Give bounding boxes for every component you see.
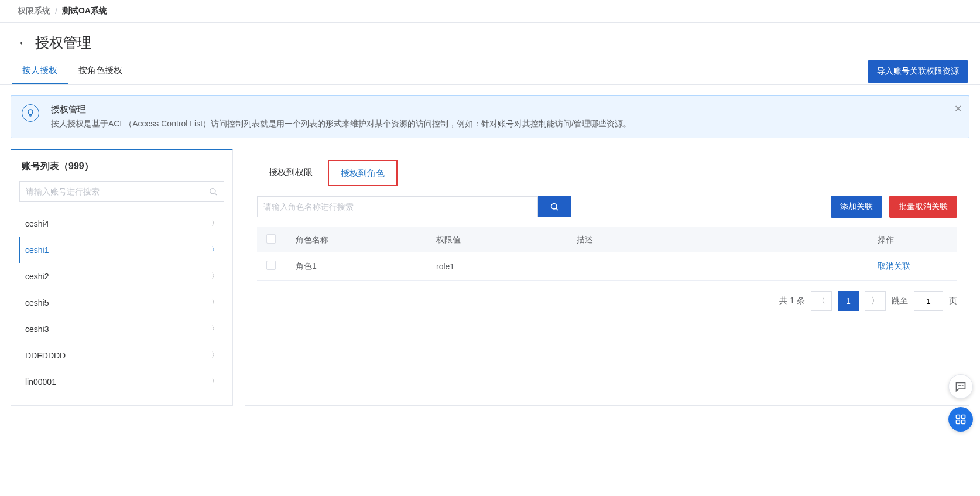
breadcrumb-item[interactable]: 权限系统 [18, 6, 50, 16]
svg-point-6 [962, 385, 963, 386]
sidebar-count: （999） [59, 161, 94, 171]
table-header: 角色名称 权限值 描述 操作 [257, 227, 957, 252]
account-list: ceshi4 〉 ceshi1 〉 ceshi2 〉 ceshi5 〉 cesh… [19, 210, 224, 395]
account-label: ceshi1 [25, 245, 49, 255]
bulk-cancel-button[interactable]: 批量取消关联 [889, 196, 957, 218]
pagination: 共 1 条 〈 1 〉 跳至 页 [257, 291, 957, 311]
svg-point-2 [551, 204, 557, 209]
role-search-combo [257, 196, 571, 217]
account-item[interactable]: ceshi5 〉 [19, 289, 224, 316]
account-label: DDFDDDD [25, 351, 66, 360]
close-icon[interactable]: ✕ [954, 103, 962, 114]
back-arrow-icon[interactable]: ← [18, 36, 30, 49]
svg-rect-7 [957, 415, 960, 418]
import-account-button[interactable]: 导入账号关联权限资源 [868, 60, 968, 83]
breadcrumb-separator: / [55, 6, 57, 16]
breadcrumb-item-current: 测试OA系统 [62, 6, 107, 16]
account-sidebar: 账号列表（999） ceshi4 〉 ceshi1 〉 ceshi2 〉 ces… [11, 149, 233, 406]
chevron-right-icon: 〉 [211, 271, 218, 281]
chevron-right-icon: 〉 [211, 350, 218, 360]
chat-button[interactable] [948, 374, 973, 399]
jump-page-input[interactable] [914, 291, 943, 311]
right-buttons: 添加关联 批量取消关联 [831, 196, 957, 218]
page-number-button[interactable]: 1 [838, 291, 859, 311]
cell-perm-value: role1 [436, 262, 577, 271]
chevron-right-icon: 〉 [211, 218, 218, 228]
tab-auth-to-perm[interactable]: 授权到权限 [257, 160, 324, 186]
top-tabs: 按人授权 按角色授权 [12, 58, 133, 84]
search-icon[interactable] [208, 187, 218, 196]
chevron-left-icon: 〈 [817, 296, 825, 306]
grid-icon [955, 413, 967, 418]
chat-icon [955, 381, 967, 392]
floating-buttons [948, 374, 973, 418]
account-item[interactable]: ceshi4 〉 [19, 210, 224, 237]
search-icon [550, 202, 559, 211]
account-label: ceshi3 [25, 324, 49, 334]
info-title: 授权管理 [51, 104, 631, 115]
row-checkbox[interactable] [266, 261, 276, 270]
header-role-name: 角色名称 [296, 235, 436, 245]
page-title: 授权管理 [35, 33, 91, 52]
apps-button[interactable] [948, 407, 973, 418]
sidebar-title: 账号列表（999） [19, 160, 224, 173]
header-desc: 描述 [577, 235, 878, 245]
action-row: 添加关联 批量取消关联 [257, 196, 957, 218]
svg-point-4 [958, 385, 959, 386]
cancel-relation-link[interactable]: 取消关联 [878, 261, 910, 271]
svg-point-5 [961, 385, 961, 386]
info-content: 授权管理 按人授权是基于ACL（Access Control List）访问控制… [51, 104, 631, 129]
header-perm-value: 权限值 [436, 235, 577, 245]
role-table: 角色名称 权限值 描述 操作 角色1 role1 取消关联 [257, 227, 957, 281]
account-label: ceshi4 [25, 219, 49, 228]
chevron-right-icon: 〉 [211, 245, 218, 255]
breadcrumb: 权限系统 / 测试OA系统 [0, 0, 980, 23]
page-suffix: 页 [949, 296, 957, 306]
account-item[interactable]: DDFDDDD 〉 [19, 342, 224, 368]
account-search-box [19, 181, 224, 202]
account-label: ceshi2 [25, 272, 49, 281]
role-search-button[interactable] [538, 196, 571, 217]
svg-line-1 [215, 193, 217, 195]
account-item[interactable]: lin00001 〉 [19, 368, 224, 395]
cell-op: 取消关联 [878, 261, 948, 272]
role-search-input[interactable] [257, 196, 538, 217]
row-checkbox-cell [266, 261, 296, 272]
chevron-right-icon: 〉 [211, 297, 218, 307]
svg-point-0 [210, 189, 215, 194]
account-search-input[interactable] [26, 187, 208, 196]
next-page-button[interactable]: 〉 [865, 291, 886, 311]
info-desc: 按人授权是基于ACL（Access Control List）访问控制列表就是用… [51, 119, 631, 129]
account-item[interactable]: ceshi2 〉 [19, 263, 224, 289]
chevron-right-icon: 〉 [211, 324, 218, 334]
jump-label: 跳至 [892, 296, 908, 306]
tab-auth-to-role[interactable]: 授权到角色 [328, 160, 398, 186]
top-tabs-row: 按人授权 按角色授权 导入账号关联权限资源 [0, 58, 980, 85]
tab-by-role[interactable]: 按角色授权 [68, 58, 133, 84]
page-header: ← 授权管理 [0, 23, 980, 58]
main-row: 账号列表（999） ceshi4 〉 ceshi1 〉 ceshi2 〉 ces… [0, 149, 980, 418]
cell-role-name: 角色1 [296, 261, 436, 272]
inner-tabs: 授权到权限 授权到角色 [257, 160, 957, 186]
account-label: lin00001 [25, 377, 56, 386]
table-row: 角色1 role1 取消关联 [257, 252, 957, 281]
svg-line-3 [556, 208, 558, 210]
svg-rect-8 [962, 415, 965, 418]
chevron-right-icon: 〉 [871, 296, 879, 306]
select-all-checkbox[interactable] [266, 234, 276, 244]
account-item[interactable]: ceshi3 〉 [19, 316, 224, 342]
lightbulb-icon [22, 104, 39, 122]
prev-page-button[interactable]: 〈 [811, 291, 832, 311]
sidebar-title-text: 账号列表 [22, 161, 59, 171]
info-box: 授权管理 按人授权是基于ACL（Access Control List）访问控制… [11, 95, 969, 138]
content-panel: 授权到权限 授权到角色 添加关联 批量取消关联 [245, 149, 969, 406]
account-item[interactable]: ceshi1 〉 [19, 237, 224, 263]
total-text: 共 1 条 [779, 296, 805, 306]
add-relation-button[interactable]: 添加关联 [831, 196, 882, 218]
header-checkbox-cell [266, 234, 296, 245]
chevron-right-icon: 〉 [211, 377, 218, 386]
header-op: 操作 [878, 235, 948, 245]
account-label: ceshi5 [25, 298, 49, 307]
tab-by-person[interactable]: 按人授权 [12, 58, 68, 84]
